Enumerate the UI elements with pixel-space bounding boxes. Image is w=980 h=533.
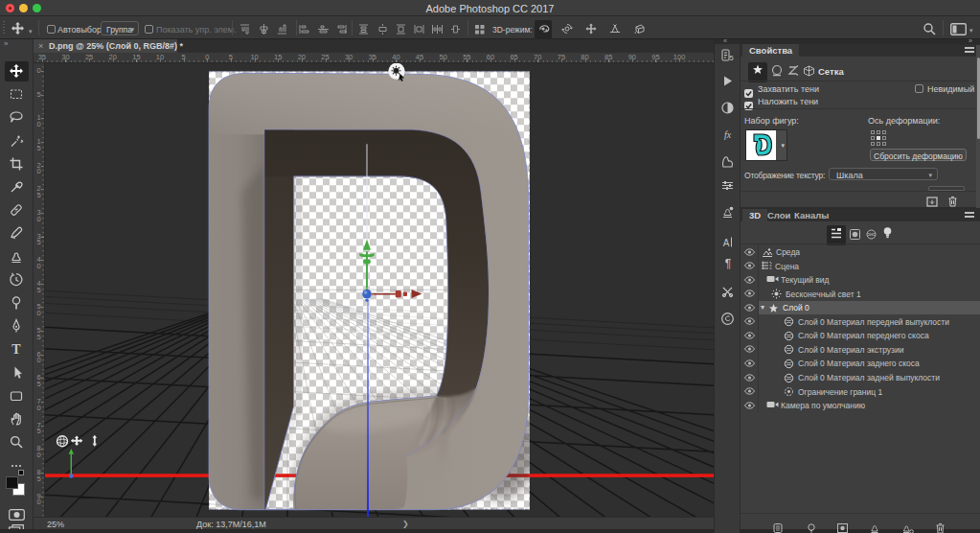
svg-text:fx: fx xyxy=(724,129,732,140)
svg-text:T: T xyxy=(11,342,21,357)
svg-text:A: A xyxy=(723,238,730,248)
svg-text:5: 5 xyxy=(729,54,734,62)
svg-text:¶: ¶ xyxy=(725,257,731,270)
